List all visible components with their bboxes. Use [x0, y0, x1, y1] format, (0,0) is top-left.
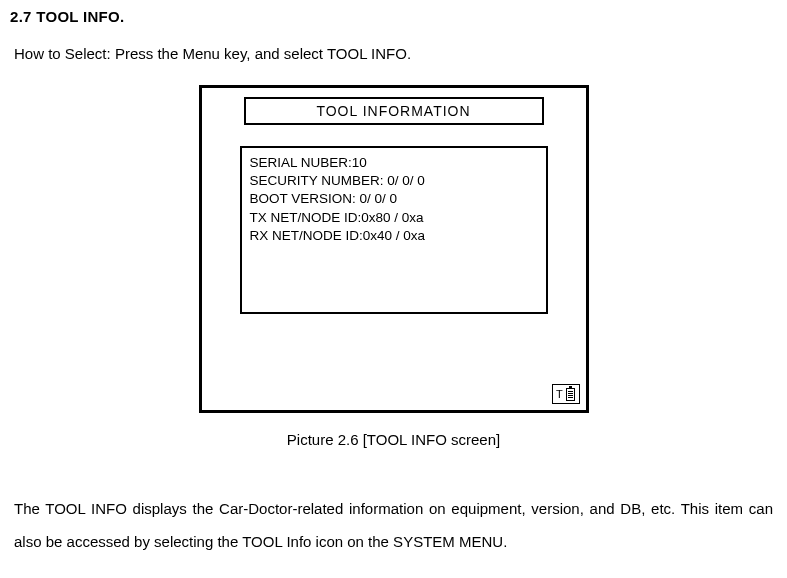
info-line: SECURITY NUMBER: 0/ 0/ 0 [250, 172, 538, 190]
body-paragraph: The TOOL INFO displays the Car-Doctor-re… [14, 492, 773, 558]
info-panel: SERIAL NUBER:10 SECURITY NUMBER: 0/ 0/ 0… [240, 146, 548, 314]
info-line: RX NET/NODE ID:0x40 / 0xa [250, 227, 538, 245]
section-heading: 2.7 TOOL INFO. [10, 6, 777, 29]
info-line: SERIAL NUBER:10 [250, 154, 538, 172]
antenna-icon: T [556, 389, 563, 400]
device-screenshot: TOOL INFORMATION SERIAL NUBER:10 SECURIT… [10, 85, 777, 413]
device-screen: TOOL INFORMATION SERIAL NUBER:10 SECURIT… [199, 85, 589, 413]
status-bar: T [552, 384, 580, 404]
how-to-select: How to Select: Press the Menu key, and s… [14, 43, 777, 66]
figure-caption: Picture 2.6 [TOOL INFO screen] [10, 429, 777, 452]
info-line: BOOT VERSION: 0/ 0/ 0 [250, 190, 538, 208]
battery-icon [566, 388, 575, 401]
info-line: TX NET/NODE ID:0x80 / 0xa [250, 209, 538, 227]
screen-title: TOOL INFORMATION [244, 97, 544, 125]
